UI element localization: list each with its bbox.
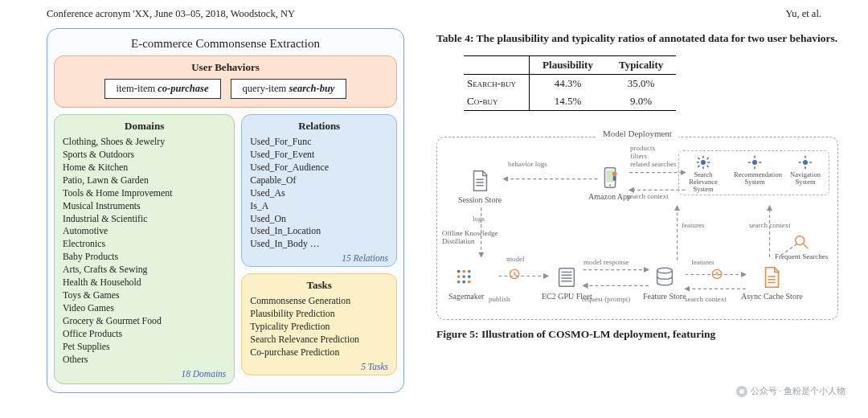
gear-icon bbox=[747, 154, 763, 170]
svg-point-3 bbox=[612, 172, 616, 177]
th-plausibility: Plausibility bbox=[530, 56, 606, 75]
gear-navigation: Navigation System bbox=[787, 154, 824, 193]
svg-point-27 bbox=[457, 275, 461, 278]
user-behaviors-title: User Behaviors bbox=[61, 61, 390, 74]
svg-rect-11 bbox=[706, 166, 709, 168]
edge-behavior-logs: behavior logs bbox=[508, 160, 547, 168]
behavior-co-purchase: item-item co-purchase bbox=[104, 79, 221, 99]
svg-point-30 bbox=[457, 281, 461, 284]
server-icon bbox=[554, 264, 579, 290]
svg-point-32 bbox=[468, 281, 471, 284]
gear-icon bbox=[797, 154, 813, 170]
svg-rect-9 bbox=[707, 162, 710, 163]
svg-point-14 bbox=[752, 160, 757, 165]
node-sagemaker: Sagemaker bbox=[448, 264, 484, 301]
watermark-icon bbox=[736, 386, 747, 397]
relations-box: Relations Used_For_FuncUsed_For_EventUse… bbox=[241, 114, 397, 267]
svg-rect-12 bbox=[706, 158, 709, 160]
svg-rect-33 bbox=[559, 268, 575, 287]
domains-list: Clothing, Shoes & JewelrySports & Outdoo… bbox=[63, 136, 226, 367]
edge-features-mid: features bbox=[691, 258, 714, 266]
tasks-box: Tasks Commonsense GenerationPlausibility… bbox=[241, 273, 397, 375]
svg-rect-10 bbox=[698, 158, 700, 160]
table4: Plausibility Typicality Search-buy 44.3%… bbox=[464, 55, 676, 111]
gear-recommendation: Recommendation System bbox=[734, 154, 776, 193]
svg-point-29 bbox=[468, 275, 471, 278]
svg-rect-8 bbox=[697, 162, 699, 163]
tasks-foot: 5 Tasks bbox=[250, 359, 388, 371]
relations-list: Used_For_FuncUsed_For_EventUsed_For_Audi… bbox=[250, 136, 388, 251]
panel-title: E-commerce Commonsense Extraction bbox=[54, 35, 397, 55]
svg-rect-6 bbox=[702, 156, 704, 158]
clock-icon bbox=[508, 268, 521, 282]
svg-rect-18 bbox=[759, 162, 761, 163]
th-typicality: Typicality bbox=[606, 56, 676, 75]
table-row: Co-buy 14.5% 9.0% bbox=[464, 92, 676, 111]
svg-rect-22 bbox=[799, 162, 801, 163]
table-row: Search-buy 44.3% 35.0% bbox=[464, 75, 676, 93]
svg-point-35 bbox=[796, 236, 805, 245]
gear-search-relevance: Search Relevance System bbox=[684, 154, 723, 193]
domains-title: Domains bbox=[63, 120, 226, 133]
domains-box: Domains Clothing, Shoes & JewelrySports … bbox=[54, 114, 235, 384]
svg-point-2 bbox=[608, 184, 610, 186]
edge-products: products filters related searches bbox=[630, 144, 676, 168]
edge-features-up: features bbox=[682, 221, 704, 229]
app-icon bbox=[597, 165, 623, 191]
edge-search-context-top: search context bbox=[627, 192, 669, 200]
svg-point-34 bbox=[657, 268, 672, 274]
node-async-cache: Async Cache Store bbox=[741, 264, 803, 301]
watermark: 公众号 · 鱼粉是个小人物 bbox=[736, 385, 845, 397]
running-header: Conference acronym 'XX, June 03–05, 2018… bbox=[0, 0, 868, 20]
relations-title: Relations bbox=[250, 120, 388, 133]
svg-rect-4 bbox=[612, 176, 616, 181]
deployment-diagram: Model Deployment Session Store Amazon Ap… bbox=[436, 137, 838, 320]
node-frequent-searches: Frequent Searches bbox=[775, 232, 828, 260]
svg-point-28 bbox=[463, 275, 466, 278]
node-systems-box: Search Relevance System Recommendation S… bbox=[678, 150, 829, 195]
svg-point-25 bbox=[463, 270, 466, 273]
svg-rect-17 bbox=[748, 162, 751, 163]
node-amazon-app: Amazon App bbox=[588, 165, 631, 201]
svg-rect-7 bbox=[702, 166, 704, 169]
document-icon bbox=[467, 168, 493, 194]
edge-model: model bbox=[506, 255, 525, 263]
svg-rect-13 bbox=[698, 166, 700, 168]
edge-model-response: model response bbox=[583, 258, 628, 266]
edge-okd: Offline Knowledge Distillation bbox=[442, 229, 506, 245]
node-session-store: Session Store bbox=[458, 168, 502, 204]
behavior-search-buy: query-item search-buy bbox=[231, 79, 347, 99]
gear-icon bbox=[695, 154, 711, 170]
clock-icon bbox=[710, 268, 723, 282]
commonsense-extraction-panel: E-commerce Commonsense Extraction User B… bbox=[47, 28, 404, 393]
table4-caption: Table 4: The plausibility and typicality… bbox=[436, 31, 838, 46]
cache-icon bbox=[759, 264, 784, 290]
svg-rect-15 bbox=[754, 156, 755, 158]
svg-point-24 bbox=[457, 270, 461, 273]
svg-rect-21 bbox=[805, 166, 806, 169]
figure5-caption: Figure 5: Illustration of COSMO-LM deplo… bbox=[436, 328, 838, 341]
svg-rect-20 bbox=[805, 156, 806, 158]
edge-search-context-bot: search context bbox=[685, 295, 727, 303]
relations-foot: 15 Relations bbox=[250, 251, 388, 263]
svg-point-31 bbox=[463, 281, 466, 284]
tasks-title: Tasks bbox=[250, 279, 388, 292]
dots-icon bbox=[453, 264, 479, 290]
svg-point-26 bbox=[468, 270, 471, 273]
edge-search-context-right: search context bbox=[749, 221, 791, 229]
tasks-list: Commonsense GenerationPlausibility Predi… bbox=[250, 295, 388, 359]
node-feature-store: Feature Store bbox=[643, 264, 686, 301]
svg-rect-16 bbox=[754, 166, 755, 169]
database-icon bbox=[652, 264, 678, 290]
edge-logs: logs bbox=[473, 215, 485, 223]
svg-rect-23 bbox=[809, 162, 812, 163]
edge-request-prompt: request (prompt) bbox=[582, 295, 630, 303]
svg-point-5 bbox=[701, 160, 706, 165]
user-behaviors-box: User Behaviors item-item co-purchase que… bbox=[54, 55, 397, 108]
edge-publish: publish bbox=[489, 295, 510, 303]
svg-point-19 bbox=[803, 160, 808, 165]
svg-rect-1 bbox=[606, 170, 613, 182]
search-icon bbox=[792, 232, 811, 252]
domains-foot: 18 Domains bbox=[63, 367, 226, 379]
deployment-title: Model Deployment bbox=[596, 129, 678, 138]
